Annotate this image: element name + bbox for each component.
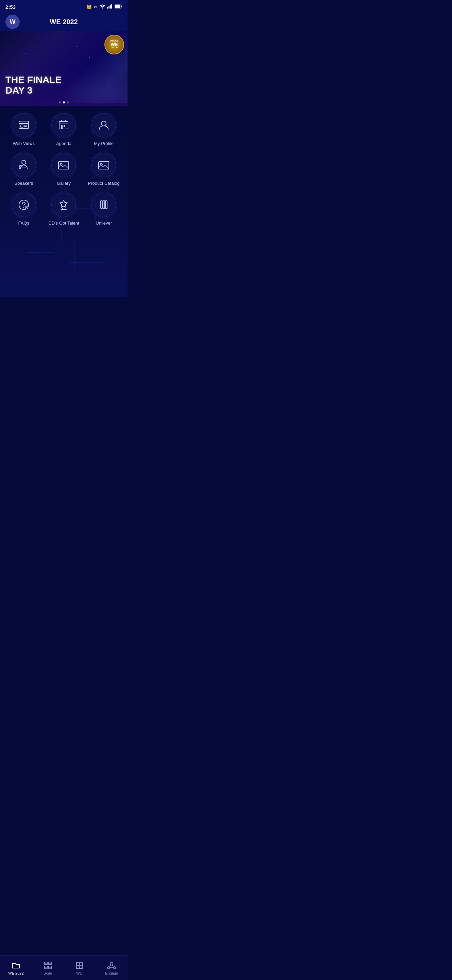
grid-item-unilever[interactable]: Unilever (86, 192, 122, 226)
svg-rect-46 (103, 201, 105, 208)
svg-rect-3 (110, 5, 111, 8)
faqs-label: FAQs (18, 221, 30, 226)
icon-grid: Web Views Agenda My Profile (5, 113, 122, 226)
svg-rect-47 (105, 201, 107, 208)
svg-rect-26 (59, 121, 68, 129)
svg-rect-4 (111, 5, 112, 8)
grid-item-my-profile[interactable]: My Profile (86, 113, 122, 146)
app-header: W WE 2022 (0, 12, 127, 31)
faqs-icon (11, 192, 36, 217)
grid-item-speakers[interactable]: Speakers (5, 153, 42, 186)
svg-point-17 (33, 251, 35, 253)
cat-icon: 🐱 (86, 5, 92, 10)
svg-rect-6 (121, 5, 122, 7)
main-content: Web Views Agenda My Profile (0, 106, 127, 297)
gallery-label: Gallery (57, 181, 71, 186)
status-bar: 2:53 🐱 ✉ (0, 0, 127, 12)
grid-item-cds-got-talent[interactable]: CD's Got Talent (46, 192, 82, 226)
status-time: 2:53 (5, 4, 16, 10)
svg-point-0 (102, 8, 103, 8)
web-views-label: Web Views (13, 141, 35, 146)
banner-line1: THE FINALE (5, 75, 62, 86)
page-title: WE 2022 (20, 18, 108, 26)
banner-line2: DAY 3 (5, 86, 62, 96)
svg-rect-1 (107, 7, 108, 8)
web-views-icon (11, 113, 36, 137)
my-profile-label: My Profile (94, 141, 114, 146)
svg-point-14 (74, 262, 76, 264)
banner-network (51, 69, 127, 103)
cds-got-talent-label: CD's Got Talent (48, 221, 79, 226)
gallery-icon (51, 153, 76, 177)
svg-rect-30 (61, 125, 63, 127)
banner: WINNING WE HULCO THE FINALE DAY 3 (0, 31, 127, 106)
product-catalog-icon (92, 153, 116, 177)
svg-rect-23 (21, 125, 23, 127)
svg-rect-7 (115, 5, 121, 8)
dot-1 (59, 102, 61, 103)
grid-item-agenda[interactable]: Agenda (46, 113, 82, 146)
my-profile-icon (92, 113, 116, 137)
product-catalog-label: Product Catalog (88, 181, 120, 186)
agenda-icon (51, 113, 76, 137)
grid-item-web-views[interactable]: Web Views (5, 113, 42, 146)
grid-item-faqs[interactable]: FAQs (5, 192, 42, 226)
speakers-icon (11, 153, 36, 177)
banner-badge: WINNING WE HULCO (105, 35, 124, 54)
svg-rect-35 (22, 167, 26, 167)
unilever-label: Unilever (95, 221, 112, 226)
grid-item-gallery[interactable]: Gallery (46, 153, 82, 186)
svg-rect-31 (63, 125, 65, 127)
banner-badge-text: WINNING WE HULCO (110, 40, 119, 49)
battery-icon (114, 5, 122, 10)
signal-icon (107, 5, 113, 10)
banner-dots (59, 102, 69, 103)
svg-point-33 (102, 121, 106, 126)
agenda-label: Agenda (56, 141, 71, 146)
dot-2 (63, 102, 65, 103)
banner-text: THE FINALE DAY 3 (5, 75, 62, 96)
dot-3 (67, 102, 69, 103)
speakers-label: Speakers (14, 181, 33, 186)
svg-rect-2 (108, 6, 109, 8)
grid-item-product-catalog[interactable]: Product Catalog (86, 153, 122, 186)
status-icons: 🐱 ✉ (86, 5, 122, 10)
cds-got-talent-icon (51, 192, 76, 217)
avatar[interactable]: W (5, 14, 20, 29)
badge-bottom: HULCO (110, 47, 119, 49)
badge-we: WE (110, 42, 119, 47)
wifi-icon (100, 5, 105, 10)
svg-rect-32 (61, 127, 63, 129)
svg-point-34 (22, 160, 26, 164)
unilever-icon (92, 192, 116, 217)
svg-point-42 (23, 207, 24, 208)
email-icon: ✉ (94, 5, 98, 10)
svg-rect-45 (101, 201, 102, 208)
